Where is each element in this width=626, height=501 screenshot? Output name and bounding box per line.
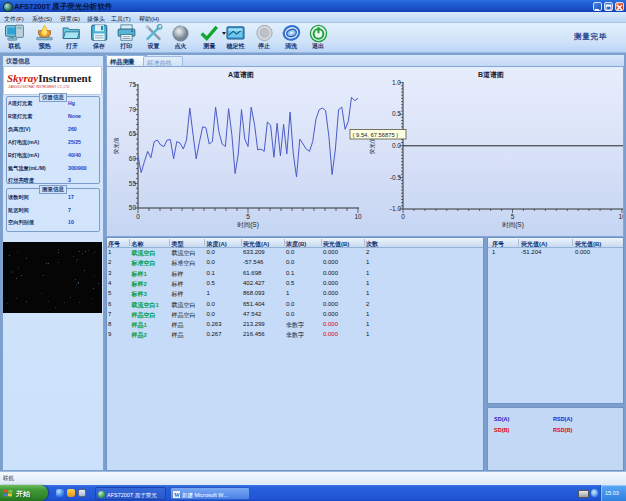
svg-text:10: 10 xyxy=(354,213,362,220)
svg-text:W: W xyxy=(174,492,180,498)
svg-text:10: 10 xyxy=(618,213,623,220)
svg-text:50: 50 xyxy=(129,204,137,211)
svg-text:( 9.54, 67.56875 ): ( 9.54, 67.56875 ) xyxy=(353,132,399,138)
svg-text:0: 0 xyxy=(136,213,140,220)
svg-text:-1.0: -1.0 xyxy=(390,205,402,212)
svg-text:70: 70 xyxy=(129,106,137,113)
svg-text:55: 55 xyxy=(129,180,137,187)
svg-text:B道谱图: B道谱图 xyxy=(478,70,504,79)
svg-text:时间(S): 时间(S) xyxy=(502,221,524,229)
svg-text:0.0: 0.0 xyxy=(392,142,401,149)
svg-text:A道谱图: A道谱图 xyxy=(228,70,254,79)
svg-text:0: 0 xyxy=(401,213,405,220)
svg-text:荧光值: 荧光值 xyxy=(113,137,120,154)
svg-text:60: 60 xyxy=(129,155,137,162)
svg-text:0.5: 0.5 xyxy=(392,110,401,117)
svg-text:5: 5 xyxy=(246,213,250,220)
svg-text:5: 5 xyxy=(511,213,515,220)
svg-text:65: 65 xyxy=(129,130,137,137)
svg-text:荧光值: 荧光值 xyxy=(369,137,376,154)
svg-text:-0.5: -0.5 xyxy=(390,174,402,181)
svg-text:时间(S): 时间(S) xyxy=(237,221,259,229)
svg-text:1.0: 1.0 xyxy=(392,79,401,86)
svg-text:75: 75 xyxy=(129,81,137,88)
